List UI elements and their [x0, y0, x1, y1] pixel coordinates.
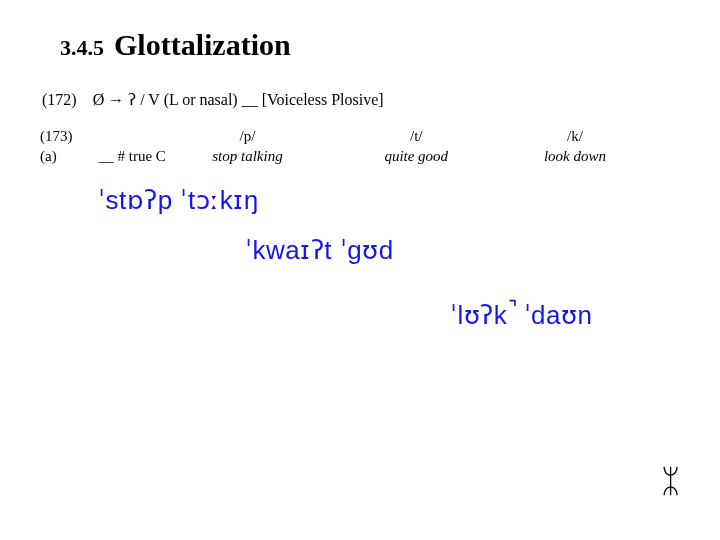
- corner-glyph-icon: ᛯ: [661, 463, 680, 500]
- example-tag: (173): [40, 128, 95, 145]
- col-k-gloss: look down: [510, 148, 640, 165]
- example-subtag: (a): [40, 148, 95, 165]
- section-heading: 3.4.5Glottalization: [60, 28, 291, 62]
- rule-body: Ø → ʔ / V (L or nasal) __ [Voiceless Plo…: [93, 91, 384, 108]
- col-p-gloss: stop talking: [173, 148, 323, 165]
- ipa-transcription-quite-good: ˈkwaɪʔt ˈgʊd: [245, 235, 394, 266]
- section-number: 3.4.5: [60, 35, 104, 60]
- ipa-transcription-stop-talking: ˈstɒʔp ˈtɔːkɪŋ: [98, 185, 259, 216]
- col-t-phoneme: /t/: [326, 128, 506, 145]
- col-k-phoneme: /k/: [510, 128, 640, 145]
- rule-172: (172) Ø → ʔ / V (L or nasal) __ [Voicele…: [42, 90, 384, 109]
- example-context: __ # true C: [99, 148, 169, 165]
- ipa-transcription-look-down: ˈlʊʔk ̚ ˈdaʊn: [450, 300, 592, 331]
- col-t-gloss: quite good: [326, 148, 506, 165]
- section-title: Glottalization: [114, 28, 291, 61]
- rule-tag: (172): [42, 91, 77, 108]
- example-header-row: (173) /p/ /t/ /k/: [40, 128, 680, 145]
- col-p-phoneme: /p/: [173, 128, 323, 145]
- example-gloss-row: (a) __ # true C stop talking quite good …: [40, 148, 680, 165]
